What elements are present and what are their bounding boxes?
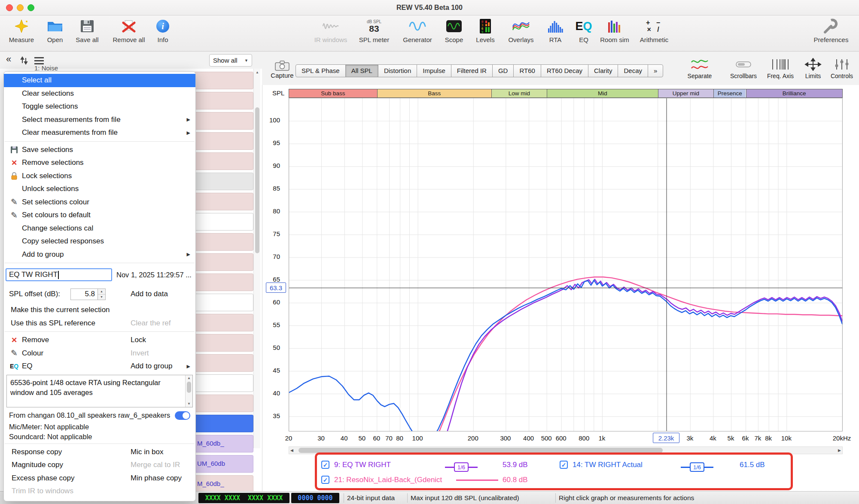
menu-item-clear-measurements-from-file[interactable]: Clear measurements from file▶ xyxy=(4,126,195,140)
menu-item-colour[interactable]: ✎ColourInvert xyxy=(4,347,195,360)
measurement-row-label: M_60db_ xyxy=(197,440,224,447)
separate-button[interactable]: Separate xyxy=(682,57,717,79)
red-x-icon: ✕ xyxy=(9,159,20,167)
y-tick-label: 75 xyxy=(259,230,280,237)
tab-[interactable]: » xyxy=(648,64,663,77)
menu-item-response-copy[interactable]: Response copyMic in box xyxy=(4,446,195,459)
levels-button[interactable]: 0369 Levels xyxy=(465,17,506,43)
spl-offset-input[interactable]: 5.8 xyxy=(70,288,98,300)
tab-impulse[interactable]: Impulse xyxy=(417,64,451,77)
bit-depth-status: 24-bit input data xyxy=(347,494,395,502)
spl-offset-row: SPL offset (dB): 5.8 ▲▼ Add to data xyxy=(4,285,195,304)
spl-graph-plot[interactable] xyxy=(289,98,843,431)
min-phase-copy-button[interactable]: Min phase copy xyxy=(131,474,182,483)
room-sim-icon xyxy=(594,17,635,36)
info-scrollbar[interactable]: ▲ ▼ xyxy=(185,375,192,407)
x-tick-label: 10k xyxy=(771,434,801,442)
capture-button[interactable]: Capture xyxy=(269,60,295,79)
menu-item-clear-selections[interactable]: Clear selections xyxy=(4,87,195,100)
collapse-panel-button[interactable]: « xyxy=(6,54,11,65)
toggle-switch[interactable] xyxy=(175,411,190,420)
tab-filtered-ir[interactable]: Filtered IR xyxy=(451,64,493,77)
freq-axis-button[interactable]: Freq. Axis xyxy=(763,57,798,79)
menu-item-lock-selections[interactable]: Lock selections xyxy=(4,170,195,183)
list-item-partial[interactable]: 1: Noise xyxy=(34,64,58,72)
info-button[interactable]: i Info xyxy=(142,17,183,43)
measurement-name-input[interactable]: EQ TW RIGHT xyxy=(6,268,112,281)
info-icon: i xyxy=(142,17,183,36)
tab-gd[interactable]: GD xyxy=(492,64,514,77)
scroll-left-button[interactable]: ◀ xyxy=(290,448,293,452)
scroll-down-icon[interactable]: ▼ xyxy=(187,402,191,406)
x-tick-label: 20kHz xyxy=(827,434,857,442)
controls-button[interactable]: Controls xyxy=(826,57,857,79)
scroll-up-icon[interactable]: ▲ xyxy=(187,376,191,380)
menu-item-save-selections[interactable]: Save selections xyxy=(4,143,195,157)
mic-meter-line: Mic/Meter: Not applicable xyxy=(4,422,195,432)
svg-text:0: 0 xyxy=(481,20,483,24)
arithmetic-button[interactable]: + −× / Arithmetic xyxy=(634,17,675,43)
generator-button[interactable]: Generator xyxy=(397,17,438,43)
menu-item-set-selections-colour[interactable]: ✎Set selections colour xyxy=(4,196,195,209)
tab-clarity[interactable]: Clarity xyxy=(588,64,618,77)
menu-item-change-selections-cal[interactable]: Change selections cal xyxy=(4,222,195,235)
measurement-name-row: EQ TW RIGHT Nov 1, 2025 11:29:57 ... xyxy=(4,265,195,285)
menu-item-select-measurements-from-file[interactable]: Select measurements from file▶ xyxy=(4,113,195,127)
show-all-dropdown[interactable]: Show all ▼ xyxy=(209,54,252,67)
save-all-button[interactable]: Save all xyxy=(67,17,108,43)
tab-rt60[interactable]: RT60 xyxy=(513,64,541,77)
scrollbars-button[interactable]: Scrollbars xyxy=(725,57,762,79)
info-scrollbar-thumb[interactable] xyxy=(187,382,191,393)
lock-button[interactable]: Lock xyxy=(131,336,146,344)
menu-item-copy-selected-responses[interactable]: Copy selected responses xyxy=(4,235,195,248)
menu-item-make-current-selection[interactable]: Make this the current selection xyxy=(4,304,195,317)
menu-item-eq[interactable]: EQEQAdd to group▶ xyxy=(4,360,195,373)
submenu-arrow-icon: ▶ xyxy=(187,117,190,122)
menu-separator xyxy=(5,331,195,332)
sort-button[interactable] xyxy=(20,56,28,67)
y-tick-label: 35 xyxy=(259,412,280,419)
controls-icon xyxy=(826,57,857,72)
tab-spl-phase[interactable]: SPL & Phase xyxy=(295,64,346,77)
lock-icon xyxy=(9,172,20,180)
tab-all-spl[interactable]: All SPL xyxy=(345,64,378,77)
y-tick-label: 40 xyxy=(259,389,280,397)
measurement-timestamp: Nov 1, 2025 11:29:57 ... xyxy=(116,271,192,279)
sine-wave-icon xyxy=(397,17,438,36)
add-to-data-button[interactable]: Add to data xyxy=(131,290,168,298)
y-tick-label: 70 xyxy=(259,253,280,260)
menu-item-add-to-group[interactable]: Add to group▶ xyxy=(4,248,195,261)
menu-item-set-colours-to-default[interactable]: ✎Set colours to default xyxy=(4,209,195,222)
measurement-info-box[interactable]: 65536-point 1/48 octave RTA using Rectan… xyxy=(6,375,193,407)
mic-in-box-button[interactable]: Mic in box xyxy=(131,448,164,456)
menu-item-unlock-selections[interactable]: Unlock selections xyxy=(4,182,195,196)
limits-button[interactable]: Limits xyxy=(798,57,828,79)
band-low-mid: Low mid xyxy=(491,89,547,97)
scroll-up-button[interactable]: ▲ xyxy=(256,70,259,74)
svg-text:9: 9 xyxy=(481,30,483,34)
x-tick-label: 100 xyxy=(402,434,433,442)
preferences-button[interactable]: Preferences xyxy=(810,17,852,43)
max-input-status: Max input 120 dB SPL (uncalibrated) xyxy=(411,494,519,502)
room-sim-button[interactable]: Room sim xyxy=(594,17,635,43)
add-to-group-button[interactable]: Add to group xyxy=(131,362,172,370)
scroll-right-button[interactable]: ▶ xyxy=(838,448,841,452)
input-clip-indicator: XXXX XXXX XXXX XXXX xyxy=(198,493,289,503)
spl-meter-button[interactable]: dB SPL83 SPL meter xyxy=(353,17,395,43)
tab-decay[interactable]: Decay xyxy=(618,64,648,77)
stepper-up-button[interactable]: ▲ xyxy=(98,289,105,295)
status-divider xyxy=(407,493,408,503)
stepper-down-button[interactable]: ▼ xyxy=(98,295,105,300)
panel-menu-button[interactable] xyxy=(34,57,44,58)
menu-item-remove-selections[interactable]: ✕Remove selections xyxy=(4,156,195,170)
floppy-icon xyxy=(9,146,20,154)
menu-item-use-as-spl-reference[interactable]: Use this as SPL referenceClear the ref xyxy=(4,317,195,330)
menu-item-remove[interactable]: ✕RemoveLock xyxy=(4,334,195,347)
tab-distortion[interactable]: Distortion xyxy=(378,64,417,77)
status-hint: Right click graph or measurements for ac… xyxy=(559,494,694,502)
menu-item-toggle-selections[interactable]: Toggle selections xyxy=(4,100,195,113)
menu-item-select-all[interactable]: Select all xyxy=(4,74,195,87)
menu-item-excess-phase-copy[interactable]: Excess phase copyMin phase copy xyxy=(4,472,195,485)
tab-rt60-decay[interactable]: RT60 Decay xyxy=(541,64,588,77)
menu-item-magnitude-copy[interactable]: Magnitude copyMerge cal to IR xyxy=(4,458,195,472)
